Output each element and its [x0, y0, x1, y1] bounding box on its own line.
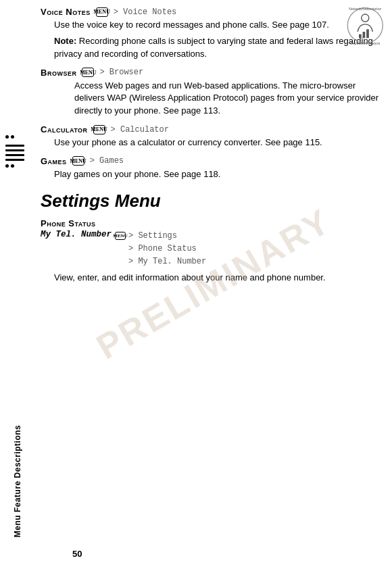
network-subscription-icon: Network/Subscription Dependent Feature — [341, 5, 385, 49]
my-tel-path-settings: > Settings — [128, 230, 177, 243]
phone-status-title: Phone Status — [41, 218, 96, 228]
games-header: Games MENU > Games — [41, 156, 380, 166]
games-menu-icon: MENU — [72, 156, 84, 166]
browser-header: Browser MENU > Browser — [41, 68, 380, 78]
voice-notes-header: Voice Notes MENU > Voice Notes — [41, 7, 380, 17]
browser-text: Access Web pages and run Web-based appli… — [74, 80, 380, 118]
calculator-body: Use your phone as a calculator or curren… — [54, 137, 380, 149]
my-tel-path: MENU > Settings > Phone Status > My Tel.… — [115, 230, 206, 269]
sidebar-line — [5, 154, 24, 156]
my-tel-number-block: My Tel. Number MENU > Settings > Phone S… — [41, 230, 380, 269]
settings-menu-heading: Settings Menu — [41, 191, 380, 212]
browser-menu-path: > Browser — [99, 68, 143, 77]
svg-rect-3 — [363, 32, 366, 38]
dot — [11, 135, 14, 139]
voice-notes-section: Voice Notes MENU > Voice Notes Use the v… — [41, 7, 380, 61]
games-menu-path: > Games — [90, 156, 124, 166]
games-title: Games — [41, 156, 67, 166]
page-container: Menu Feature Descriptions Network/Subscr… — [0, 0, 392, 567]
calculator-menu-icon: MENU — [93, 125, 105, 134]
svg-rect-4 — [366, 29, 369, 38]
my-tel-label: My Tel. Number — [41, 230, 115, 239]
browser-body: Access Web pages and run Web-based appli… — [74, 80, 380, 118]
svg-point-1 — [362, 14, 369, 22]
dot — [5, 135, 9, 139]
browser-title: Browser — [41, 68, 76, 78]
voice-notes-note: Note: Recording phone calls is subject t… — [54, 35, 380, 61]
dot — [11, 164, 14, 168]
browser-section: Browser MENU > Browser Access Web pages … — [41, 68, 380, 118]
main-content: Network/Subscription Dependent Feature V… — [35, 0, 392, 567]
my-tel-menu-icon: MENU — [115, 232, 126, 240]
sidebar-label: Menu Feature Descriptions — [13, 425, 22, 538]
voice-notes-title: Voice Notes — [41, 7, 91, 17]
page-number: 50 — [72, 549, 82, 559]
sidebar-dots-top — [5, 135, 24, 139]
path-line-2: > Phone Status — [115, 243, 206, 255]
sidebar-dots-bottom — [5, 164, 24, 168]
games-section: Games MENU > Games Play games on your ph… — [41, 156, 380, 181]
sidebar-line — [5, 159, 24, 161]
voice-notes-menu-path: > Voice Notes — [114, 7, 177, 17]
dot — [5, 164, 9, 168]
calculator-menu-path: > Calculator — [111, 125, 169, 134]
calculator-text: Use your phone as a calculator or curren… — [54, 137, 380, 149]
games-text: Play games on your phone. See page 118. — [54, 168, 380, 181]
note-label: Note: — [54, 36, 76, 46]
sidebar-icons — [5, 135, 24, 168]
calculator-header: Calculator MENU > Calculator — [41, 124, 380, 134]
sidebar-line — [5, 145, 24, 147]
my-tel-body: View, enter, and edit information about … — [54, 272, 380, 285]
sidebar-line — [5, 149, 24, 151]
browser-menu-icon: MENU — [82, 68, 94, 77]
path-line-1: MENU > Settings — [115, 230, 206, 243]
voice-notes-body: Use the voice key to record messages and… — [54, 19, 380, 61]
games-body: Play games on your phone. See page 118. — [54, 168, 380, 181]
svg-text:Network/Subscription: Network/Subscription — [349, 7, 381, 11]
phone-status-header: Phone Status — [41, 218, 380, 228]
voice-notes-menu-icon: MENU — [96, 7, 108, 17]
voice-notes-text1: Use the voice key to record messages and… — [54, 19, 380, 32]
calculator-title: Calculator — [41, 124, 88, 134]
phone-status-section: Phone Status My Tel. Number MENU > Setti… — [41, 218, 380, 285]
svg-rect-2 — [359, 34, 362, 39]
calculator-section: Calculator MENU > Calculator Use your ph… — [41, 124, 380, 149]
sidebar: Menu Feature Descriptions — [0, 0, 35, 567]
path-line-3: > My Tel. Number — [115, 255, 206, 268]
sidebar-lines — [5, 145, 24, 161]
my-tel-text: View, enter, and edit information about … — [54, 272, 380, 285]
svg-text:Dependent Feature: Dependent Feature — [350, 41, 380, 45]
